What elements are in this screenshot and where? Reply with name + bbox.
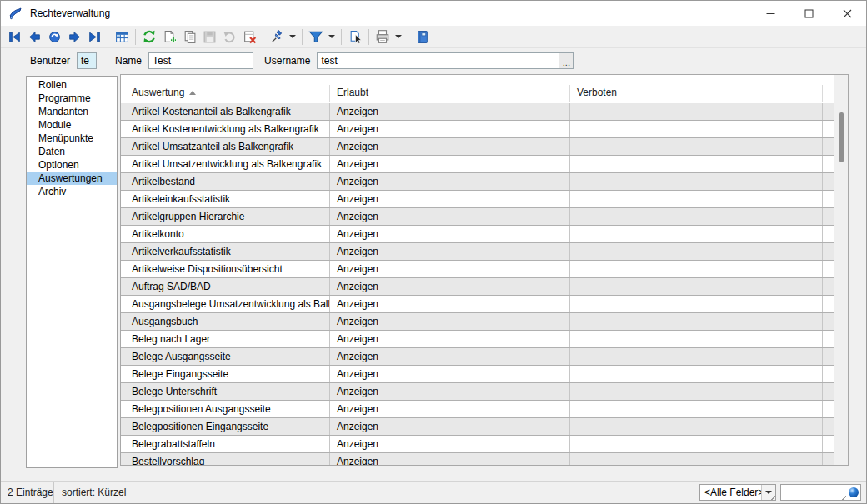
pin-dropdown-button[interactable] (287, 27, 298, 47)
cell-filler (823, 366, 834, 382)
cell-verboten (570, 173, 823, 190)
chevron-down-icon (765, 491, 772, 494)
chevron-down-icon (395, 35, 402, 38)
cell-verboten (570, 121, 823, 137)
cell-filler (823, 191, 834, 207)
toolbar-separator (368, 29, 369, 45)
maximize-button[interactable] (789, 1, 828, 26)
pin-button[interactable] (267, 27, 287, 47)
refresh-button[interactable] (139, 27, 159, 47)
table-row[interactable]: Ausgangsbelege Umsatzentwicklung als Bal… (121, 296, 834, 313)
sidebar-list: RollenProgrammeMandantenModuleMenüpunkte… (26, 76, 118, 468)
sidebar-item[interactable]: Rollen (27, 78, 117, 92)
last-record-icon (88, 30, 102, 44)
search-field-value: <Alle Felder> (700, 487, 761, 498)
select-record-button[interactable] (345, 27, 365, 47)
cell-verboten (570, 436, 823, 452)
table-row[interactable]: Artikel Umsatzanteil als Balkengrafik An… (121, 138, 834, 156)
undo-button[interactable] (219, 27, 239, 47)
browse-button[interactable]: ... (559, 53, 573, 68)
last-record-button[interactable] (84, 27, 104, 47)
table-row[interactable]: Artikelgruppen Hierarchie Anzeigen (121, 208, 834, 226)
journal-icon (415, 30, 429, 44)
name-input[interactable] (148, 52, 253, 69)
cell-erlaubt: Anzeigen (330, 208, 570, 225)
table-row[interactable]: Artikeleinkaufsstatistik Anzeigen (121, 191, 834, 208)
table-row[interactable]: Artikelweise Dispositionsübersicht Anzei… (121, 261, 834, 278)
cell-verboten (570, 296, 823, 312)
cell-verboten (570, 313, 823, 330)
print-button[interactable] (373, 27, 393, 47)
table-row[interactable]: Artikelkonto Anzeigen (121, 226, 834, 243)
sidebar-item[interactable]: Programme (27, 92, 117, 105)
save-button[interactable] (199, 27, 219, 47)
status-search-input[interactable] (781, 485, 844, 500)
cell-verboten (570, 261, 823, 277)
table-row[interactable]: Artikel Umsatzentwicklung als Balkengraf… (121, 156, 834, 173)
cell-auswertung: Belege Eingangsseite (121, 366, 330, 382)
sort-status: sortiert: Kürzel (54, 482, 699, 503)
table-row[interactable]: Artikelbestand Anzeigen (121, 173, 834, 191)
close-button[interactable] (828, 1, 866, 26)
filter-dropdown-button[interactable] (326, 27, 338, 47)
table-row[interactable]: Belege Eingangsseite Anzeigen (121, 366, 834, 383)
copy-button[interactable] (179, 27, 199, 47)
sidebar-item-label: Module (38, 119, 71, 131)
sidebar-item[interactable]: Optionen (27, 158, 117, 172)
sidebar-item[interactable]: Archiv (27, 185, 117, 198)
first-record-button[interactable] (4, 27, 24, 47)
column-header-auswertung[interactable]: Auswertung (121, 85, 330, 102)
sidebar-item[interactable]: Menüpunkte (27, 132, 117, 145)
table-row[interactable]: Artikel Kostenanteil als Balkengrafik An… (121, 103, 834, 121)
search-field-combo[interactable]: <Alle Felder> (699, 484, 776, 501)
benutzer-input[interactable] (77, 52, 97, 69)
table-row[interactable]: Belegrabattstaffeln Anzeigen (121, 436, 834, 453)
refresh-record-button[interactable] (44, 27, 64, 47)
column-header-label: Verboten (577, 87, 617, 98)
print-dropdown-button[interactable] (393, 27, 404, 47)
sidebar-item[interactable]: Auswertungen (27, 172, 117, 185)
cell-erlaubt: Anzeigen (330, 436, 570, 452)
filter-button[interactable] (306, 27, 326, 47)
first-record-icon (8, 30, 22, 44)
previous-record-button[interactable] (24, 27, 44, 47)
column-header-erlaubt[interactable]: Erlaubt (330, 85, 570, 102)
sidebar-item[interactable]: Daten (27, 145, 117, 158)
sidebar-item[interactable]: Module (27, 118, 117, 132)
username-label: Username (264, 55, 310, 67)
vertical-scrollbar[interactable] (834, 75, 848, 465)
sidebar-item[interactable]: Mandanten (27, 105, 117, 118)
titlebar: Rechteverwaltung (1, 1, 866, 26)
table-row[interactable]: Artikel Kostenentwicklung als Balkengraf… (121, 121, 834, 138)
resize-grip (841, 495, 846, 500)
minimize-button[interactable] (751, 1, 789, 26)
cell-auswertung: Belegpositionen Eingangsseite (121, 418, 330, 435)
cell-verboten (570, 138, 823, 155)
table-view-button[interactable] (112, 27, 132, 47)
table-row[interactable]: Ausgangsbuch Anzeigen (121, 313, 834, 331)
search-globe-icon[interactable] (848, 487, 859, 498)
table-row[interactable]: Belege Unterschrift Anzeigen (121, 383, 834, 401)
cell-erlaubt: Anzeigen (330, 278, 570, 295)
table-row[interactable]: Belege Ausgangsseite Anzeigen (121, 348, 834, 366)
table-row[interactable]: Auftrag SAD/BAD Anzeigen (121, 278, 834, 296)
table-row[interactable]: Belegpositionen Ausgangsseite Anzeigen (121, 401, 834, 418)
table-row[interactable]: Artikelverkaufsstatistik Anzeigen (121, 243, 834, 261)
delete-button[interactable] (239, 27, 259, 47)
cell-verboten (570, 191, 823, 207)
next-record-button[interactable] (64, 27, 84, 47)
cell-auswertung: Artikel Kostenanteil als Balkengrafik (121, 103, 330, 120)
username-input[interactable] (317, 52, 574, 69)
scrollbar-thumb[interactable] (839, 112, 844, 162)
copy-icon (183, 30, 197, 44)
table-row[interactable]: Bestellvorschlag Anzeigen (121, 453, 834, 465)
journal-button[interactable] (412, 27, 432, 47)
table-row[interactable]: Belegpositionen Eingangsseite Anzeigen (121, 418, 834, 436)
cell-filler (823, 226, 834, 242)
new-record-button[interactable] (159, 27, 179, 47)
column-header-verboten[interactable]: Verboten (570, 85, 823, 102)
table-row[interactable]: Beleg nach Lager Anzeigen (121, 331, 834, 348)
cell-filler (823, 296, 834, 312)
chevron-down-icon (289, 35, 296, 38)
sidebar-item-label: Daten (38, 146, 65, 157)
